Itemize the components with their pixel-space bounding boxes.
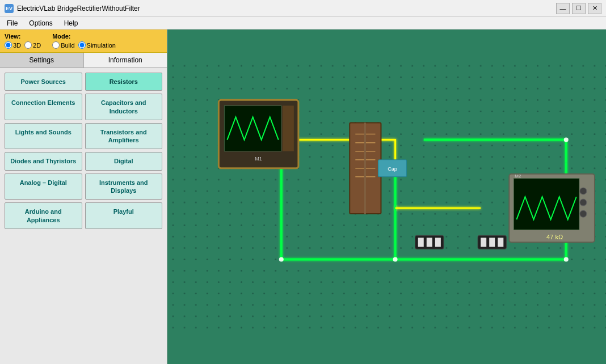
cat-power-sources[interactable]: Power Sources (5, 73, 82, 91)
settings-tab[interactable]: Settings (0, 53, 84, 67)
svg-text:M1: M1 (255, 156, 262, 162)
svg-rect-32 (481, 238, 486, 247)
cat-connection-elements[interactable]: Connection Elements (5, 94, 82, 120)
svg-rect-17 (283, 105, 294, 151)
menu-options[interactable]: Options (24, 18, 57, 28)
svg-point-11 (279, 257, 284, 261)
app-title: ElectricVLab BridgeRectifierWithoutFilte… (17, 5, 140, 12)
settings-info-bar: Settings Information (0, 53, 167, 68)
categories-grid: Power Sources Resistors Connection Eleme… (0, 68, 167, 364)
svg-rect-36 (514, 179, 579, 230)
mode-group: Mode: Build Simulation (52, 33, 116, 49)
svg-point-40 (580, 210, 587, 217)
svg-rect-28 (418, 238, 424, 247)
view-mode-bar: View: 3D 2D Mode: Build (0, 29, 167, 53)
cat-transistors-amplifiers[interactable]: Transistors and Amplifiers (85, 123, 163, 150)
mode-build-radio[interactable] (52, 41, 60, 49)
view-radio-row: 3D 2D (5, 41, 41, 49)
svg-point-12 (564, 257, 569, 261)
mode-radio-row: Build Simulation (52, 41, 116, 49)
cat-lights-sounds[interactable]: Lights and Sounds (5, 123, 82, 150)
view-3d-label[interactable]: 3D (5, 41, 21, 49)
menu-file[interactable]: File (2, 18, 22, 28)
svg-rect-29 (427, 238, 432, 247)
svg-rect-34 (498, 238, 503, 247)
window-controls[interactable]: — ☐ ✕ (556, 3, 601, 14)
svg-point-10 (564, 138, 569, 142)
close-button[interactable]: ✕ (588, 3, 601, 14)
svg-text:47 kΩ: 47 kΩ (546, 234, 563, 240)
view-label: View: (5, 33, 41, 40)
menu-bar: File Options Help (0, 17, 606, 29)
svg-rect-16 (224, 105, 281, 151)
cat-capacitors-inductors[interactable]: Capacitors and Inductors (85, 94, 163, 120)
mode-simulation-label[interactable]: Simulation (78, 41, 116, 49)
view-group: View: 3D 2D (5, 33, 41, 49)
view-3d-radio[interactable] (5, 41, 12, 49)
cat-arduino-appliances[interactable]: Arduino and Appliances (5, 202, 82, 229)
cat-digital[interactable]: Digital (85, 152, 163, 170)
canvas-area[interactable]: M1 (167, 29, 606, 364)
restore-button[interactable]: ☐ (572, 3, 586, 14)
svg-text:M2: M2 (515, 173, 521, 179)
mode-simulation-radio[interactable] (78, 41, 86, 49)
view-2d-label[interactable]: 2D (24, 41, 41, 49)
mode-label: Mode: (52, 33, 116, 40)
circuit-canvas: M1 (167, 29, 606, 364)
svg-text:Cap: Cap (388, 166, 397, 172)
minimize-button[interactable]: — (556, 3, 570, 14)
svg-point-38 (580, 188, 587, 194)
main-layout: View: 3D 2D Mode: Build (0, 29, 606, 364)
cat-resistors[interactable]: Resistors (85, 73, 163, 91)
view-2d-radio[interactable] (24, 41, 32, 49)
svg-rect-33 (489, 238, 495, 247)
cat-diodes-thyristors[interactable]: Diodes and Thyristors (5, 152, 82, 170)
cat-analog-digital[interactable]: Analog – Digital (5, 173, 82, 200)
title-bar: EV ElectricVLab BridgeRectifierWithoutFi… (0, 0, 606, 17)
cat-instruments-displays[interactable]: Instruments and Displays (85, 173, 163, 200)
information-tab[interactable]: Information (84, 53, 167, 67)
cat-playful[interactable]: Playful (85, 202, 163, 229)
mode-build-label[interactable]: Build (52, 41, 74, 49)
left-panel: View: 3D 2D Mode: Build (0, 29, 167, 364)
svg-rect-30 (435, 238, 441, 247)
app-icon: EV (5, 4, 14, 13)
menu-help[interactable]: Help (60, 18, 83, 28)
svg-point-39 (580, 199, 587, 206)
svg-point-13 (393, 257, 398, 261)
